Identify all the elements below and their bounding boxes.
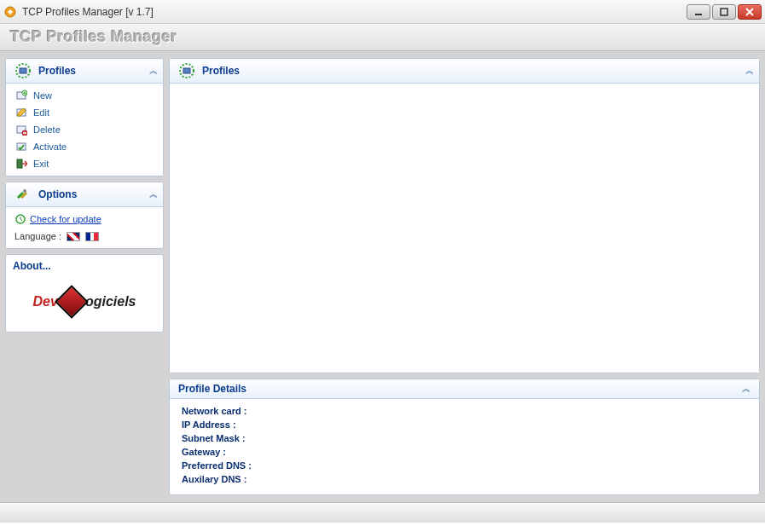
detail-auxiliary-dns: Auxilary DNS : <box>182 472 747 486</box>
minimize-button[interactable] <box>687 4 710 20</box>
about-title: About... <box>13 260 156 272</box>
chevron-up-icon: ︽ <box>149 65 158 77</box>
sidebar-item-label: Delete <box>33 124 61 135</box>
window-controls <box>687 4 762 20</box>
profile-details-body: Network card : IP Address : Subnet Mask … <box>170 399 759 494</box>
svg-rect-2 <box>721 9 727 15</box>
sidebar-profiles-panel: Profiles ︽ New Edit Delete Acti <box>5 58 164 176</box>
language-label: Language : <box>14 231 61 241</box>
sidebar-profiles-body: New Edit Delete Activate Exit <box>6 84 163 176</box>
main-profiles-body <box>170 84 759 373</box>
sidebar-about-panel: About... Dev ogiciels <box>5 254 164 332</box>
sidebar-options-header[interactable]: Options ︽ <box>6 182 163 207</box>
main-profiles-header[interactable]: Profiles ︽ <box>170 59 759 84</box>
app-icon <box>3 5 17 19</box>
sidebar-item-exit[interactable]: Exit <box>11 155 158 172</box>
profile-details-header[interactable]: Profile Details ︽ <box>170 379 759 399</box>
sidebar-item-activate[interactable]: Activate <box>11 138 158 155</box>
maximize-button[interactable] <box>712 4 736 20</box>
detail-network-card: Network card : <box>182 404 747 418</box>
sidebar-profiles-header[interactable]: Profiles ︽ <box>6 59 163 84</box>
titlebar: TCP Profiles Manager [v 1.7] <box>0 0 765 24</box>
header-title: TCP Profiles Manager <box>10 28 177 46</box>
sidebar: Profiles ︽ New Edit Delete Acti <box>5 58 164 495</box>
about-logo[interactable]: Dev ogiciels <box>13 277 156 327</box>
detail-subnet-mask: Subnet Mask : <box>182 431 747 445</box>
sidebar-item-label: Edit <box>33 107 49 118</box>
profiles-icon <box>11 61 35 80</box>
detail-preferred-dns: Preferred DNS : <box>182 459 747 472</box>
profile-details-panel: Profile Details ︽ Network card : IP Addr… <box>169 379 760 495</box>
close-button[interactable] <box>738 4 762 20</box>
new-icon <box>14 89 28 102</box>
language-row: Language : <box>11 228 158 245</box>
sidebar-options-title: Options <box>38 188 149 200</box>
window-title: TCP Profiles Manager [v 1.7] <box>22 6 687 18</box>
chevron-up-icon: ︽ <box>742 383 751 395</box>
flag-fr-icon[interactable] <box>85 232 99 241</box>
flag-uk-icon[interactable] <box>67 232 80 241</box>
chevron-up-icon: ︽ <box>149 188 158 200</box>
detail-ip-address: IP Address : <box>182 418 747 431</box>
sidebar-profiles-title: Profiles <box>38 65 149 77</box>
sidebar-item-label: Activate <box>33 142 67 152</box>
chevron-up-icon: ︽ <box>745 65 754 77</box>
update-icon <box>14 213 26 225</box>
sidebar-item-new[interactable]: New <box>11 87 158 104</box>
logo-text-ogiciels: ogiciels <box>85 294 136 309</box>
header: TCP Profiles Manager <box>0 24 765 51</box>
statusbar <box>0 502 765 523</box>
profiles-icon <box>175 61 199 80</box>
profile-details-title: Profile Details <box>178 383 742 395</box>
svg-rect-20 <box>183 68 190 73</box>
sidebar-item-delete[interactable]: Delete <box>11 121 158 138</box>
delete-icon <box>14 123 28 136</box>
sidebar-item-label: New <box>33 90 52 101</box>
edit-icon <box>14 106 28 119</box>
detail-gateway: Gateway : <box>182 445 747 459</box>
svg-point-17 <box>23 189 26 193</box>
main-area: Profiles ︽ Profile Details ︽ Network car… <box>169 58 760 495</box>
main-profiles-title: Profiles <box>202 65 745 77</box>
activate-icon <box>14 140 28 153</box>
sidebar-item-edit[interactable]: Edit <box>11 104 158 121</box>
exit-icon <box>14 157 28 171</box>
svg-rect-16 <box>17 159 22 168</box>
logo-shape-icon <box>55 285 89 319</box>
sidebar-options-body: Check for update Language : <box>6 207 163 248</box>
check-update-row: Check for update <box>11 211 158 228</box>
main-profiles-panel: Profiles ︽ <box>169 58 760 373</box>
svg-rect-6 <box>20 68 26 73</box>
check-update-link[interactable]: Check for update <box>30 214 101 224</box>
sidebar-options-panel: Options ︽ Check for update Language : <box>5 182 164 249</box>
options-icon <box>11 185 35 204</box>
client-area: Profiles ︽ New Edit Delete Acti <box>0 51 765 502</box>
sidebar-item-label: Exit <box>33 159 49 169</box>
